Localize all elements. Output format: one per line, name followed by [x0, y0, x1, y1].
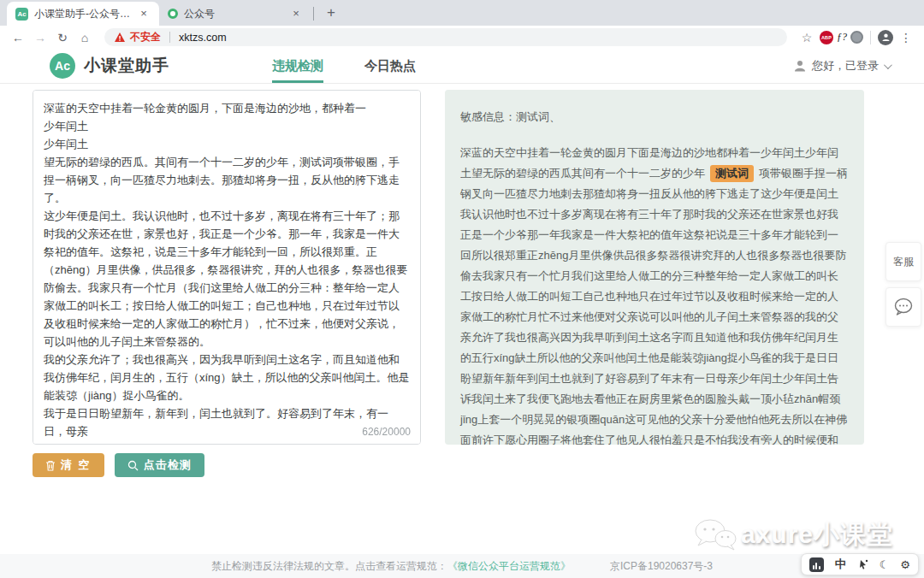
char-counter: 626/20000: [357, 426, 411, 438]
article-input[interactable]: 深蓝的天空中挂着一轮金黄的圆月，下面是海边的沙地，都种着一 少年闰土 少年闰土 …: [33, 90, 421, 445]
security-warning-label[interactable]: 不安全: [130, 30, 161, 44]
logo-circle: Ac: [50, 53, 75, 79]
result-text-after: 项带银圈手捏一柄钢叉向一匹猹尽力地刺去那猹却将身一扭反从他的胯下逃走了这少年便是…: [460, 167, 848, 445]
site-header: Ac 小课堂助手 违规检测 今日热点 您好，已登录: [0, 49, 924, 84]
plugin-logo-icon[interactable]: [809, 557, 824, 572]
watermark-text: axure小课堂: [741, 517, 893, 552]
address-bar[interactable]: 不安全 xktzs.com: [104, 28, 787, 46]
page-footer: 禁止检测违反法律法规的文章。点击查看运营规范： 《微信公众平台运营规范》 京IC…: [0, 554, 924, 578]
sensitive-keywords-list: 测试词、: [516, 110, 560, 123]
nav-item-daily-hot[interactable]: 今日热点: [364, 49, 416, 83]
back-icon[interactable]: ←: [9, 31, 27, 44]
disabled-extension-icon[interactable]: [850, 31, 863, 44]
profile-avatar-icon[interactable]: [878, 30, 893, 45]
reload-icon[interactable]: ↻: [53, 31, 72, 44]
detect-button[interactable]: 点击检测: [115, 453, 204, 477]
sensitive-info-prefix: 敏感信息：: [460, 110, 516, 123]
translate-plugin-toolbar: 中 ☾ ⚙: [801, 553, 919, 575]
trash-icon: [45, 460, 56, 471]
browser-toolbar: ← → ↻ ⌂ 不安全 xktzs.com ☆ ABP ƒ? ⋮: [0, 26, 924, 49]
dark-mode-icon[interactable]: ☾: [880, 559, 890, 570]
script-extension-icon[interactable]: ƒ?: [837, 31, 847, 44]
watermark: axure小课堂: [693, 517, 893, 552]
forward-icon[interactable]: →: [31, 31, 50, 44]
icp-number: 京ICP备19020637号-3: [610, 559, 713, 574]
toolbar-divider: [870, 31, 871, 44]
site-title: 小课堂助手: [84, 55, 169, 77]
action-buttons: 清 空 点击检测: [33, 453, 204, 477]
tab-divider: [313, 7, 314, 21]
customer-service-button[interactable]: 客服: [886, 242, 921, 281]
wechat-bubbles-icon: [693, 518, 737, 552]
warning-triangle-icon: [115, 32, 125, 42]
browser-menu-icon[interactable]: ⋮: [897, 31, 915, 44]
close-tab-icon[interactable]: ×: [137, 7, 151, 21]
hover-cursor-icon[interactable]: [857, 559, 868, 570]
chevron-down-icon: [884, 61, 892, 69]
article-editor-wrap: 深蓝的天空中挂着一轮金黄的圆月，下面是海边的沙地，都种着一 少年闰土 少年闰土 …: [33, 90, 421, 445]
site-favicon: Ac: [15, 8, 28, 21]
close-tab-icon[interactable]: ×: [289, 7, 303, 21]
highlighted-keyword: 测试词: [710, 165, 754, 182]
browser-tab-active[interactable]: Ac 小课堂助手-公众号运营工具 ×: [7, 2, 159, 26]
sensitive-info-title: 敏感信息：测试词、: [460, 107, 849, 127]
footer-notice: 禁止检测违反法律法规的文章。点击查看运营规范：: [211, 559, 447, 574]
site-logo[interactable]: Ac 小课堂助手: [50, 49, 169, 83]
customer-service-label: 客服: [893, 255, 914, 269]
result-text: 深蓝的天空中挂着一轮金黄的圆月下面是海边的沙地都种着一少年闰土少年闰土望无际的碧…: [460, 143, 849, 445]
feedback-chat-button[interactable]: [886, 287, 921, 327]
chat-bubble-icon: [893, 298, 914, 316]
user-menu[interactable]: 您好，已登录: [793, 49, 890, 83]
bookmark-star-icon[interactable]: ☆: [797, 31, 816, 44]
browser-window: Ac 小课堂助手-公众号运营工具 × 公众号 × + ← → ↻ ⌂ 不安全 x…: [0, 0, 924, 578]
browser-tab-inactive[interactable]: 公众号 ×: [159, 2, 311, 26]
home-icon[interactable]: ⌂: [75, 31, 94, 44]
clear-button[interactable]: 清 空: [33, 453, 104, 477]
nav-item-violation-check[interactable]: 违规检测: [272, 49, 323, 83]
user-icon: [793, 59, 807, 73]
tab-title: 公众号: [184, 7, 283, 21]
platform-rules-link[interactable]: 《微信公众平台运营规范》: [447, 559, 571, 574]
url-divider: [169, 32, 170, 43]
search-icon: [127, 460, 139, 471]
tab-title: 小课堂助手-公众号运营工具: [34, 7, 131, 21]
detect-button-label: 点击检测: [144, 457, 192, 473]
target-language-icon[interactable]: 中: [835, 557, 846, 572]
browser-tab-strip: Ac 小课堂助手-公众号运营工具 × 公众号 × +: [0, 0, 924, 26]
url-text[interactable]: xktzs.com: [179, 32, 227, 44]
user-status-label: 您好，已登录: [812, 58, 879, 74]
main-nav: 违规检测 今日热点: [272, 49, 416, 83]
new-tab-button[interactable]: +: [321, 3, 341, 23]
wechat-mp-favicon: [168, 9, 178, 19]
adblock-extension-icon[interactable]: ABP: [820, 31, 833, 44]
settings-gear-icon[interactable]: ⚙: [900, 559, 910, 570]
detection-result-panel: 敏感信息：测试词、 深蓝的天空中挂着一轮金黄的圆月下面是海边的沙地都种着一少年闰…: [445, 90, 864, 445]
clear-button-label: 清 空: [61, 457, 92, 473]
